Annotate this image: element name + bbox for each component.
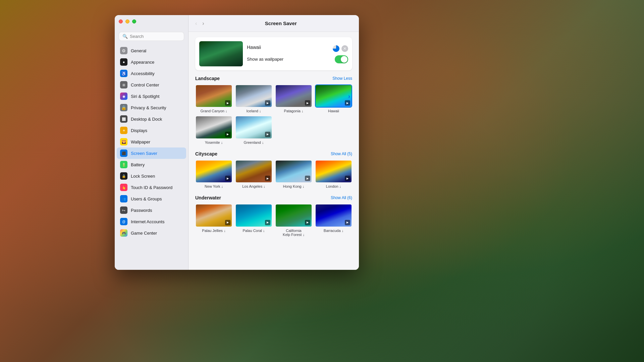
loading-spinner (333, 45, 339, 52)
list-item[interactable]: ▶ New York ↓ (195, 160, 232, 188)
preview-card: Hawaii ✕ Show as wallpaper (195, 37, 352, 70)
forward-button[interactable]: › (201, 20, 205, 27)
preview-name-row: Hawaii ✕ (247, 45, 348, 53)
underwater-grid: ▶ Palau Jellies ↓ ▶ Palau Coral ↓ ▶ (195, 204, 352, 236)
passwords-icon: 🗝 (120, 206, 127, 214)
play-icon: ▶ (225, 132, 230, 137)
play-icon: ▶ (265, 132, 270, 137)
sidebar-list: ⚙ General ● Appearance ♿ Accessibility ⊞… (115, 45, 188, 270)
landscape-show-action[interactable]: Show Less (332, 76, 352, 81)
yosemite-label: Yosemite ↓ (205, 140, 223, 144)
grand-canyon-label: Grand Canyon ↓ (200, 109, 227, 113)
patagonia-thumbnail[interactable]: ▶ (275, 84, 312, 108)
users-icon: 👥 (120, 195, 127, 202)
list-item[interactable]: ▶ Palau Coral ↓ (235, 204, 272, 236)
sidebar-item-accessibility[interactable]: ♿ Accessibility (117, 68, 186, 79)
barracuda-thumbnail[interactable]: ▶ (315, 204, 352, 227)
sidebar-item-appearance[interactable]: ● Appearance (117, 56, 186, 68)
sidebar-label-desktop: Desktop & Dock (131, 117, 162, 122)
sidebar-label-accessibility: Accessibility (131, 71, 155, 76)
sidebar-label-appearance: Appearance (131, 60, 154, 65)
palau-coral-label: Palau Coral ↓ (243, 229, 265, 233)
play-icon: ▶ (345, 220, 350, 225)
show-wallpaper-toggle[interactable] (335, 55, 348, 63)
list-item[interactable]: ▶ Hong Kong ↓ (275, 160, 312, 188)
sidebar-item-control-center[interactable]: ⊞ Control Center (117, 79, 186, 90)
battery-icon: 🔋 (120, 161, 127, 168)
london-thumbnail[interactable]: ▶ (315, 160, 352, 183)
sidebar-label-gamecenter: Game Center (131, 231, 157, 236)
traffic-lights (119, 19, 136, 23)
underwater-show-action[interactable]: Show All (6) (331, 195, 352, 200)
list-item[interactable]: ▶ Barracuda ↓ (315, 204, 352, 236)
sidebar-label-users: Users & Groups (131, 196, 162, 201)
underwater-section-header: Underwater Show All (6) (195, 195, 352, 200)
sidebar-item-privacy-security[interactable]: 🔒 Privacy & Security (117, 102, 186, 113)
search-box[interactable]: 🔍 (119, 32, 184, 41)
list-item[interactable]: ▶ Yosemite ↓ (195, 116, 232, 144)
titlebar: ‹ › Screen Saver (189, 15, 359, 32)
palau-coral-thumbnail[interactable]: ▶ (235, 204, 272, 227)
hawaii-thumbnail[interactable]: ▶ › (315, 84, 352, 108)
list-item[interactable]: ▶ Iceland ↓ (235, 84, 272, 113)
sidebar-label-internet: Internet Accounts (131, 219, 164, 224)
sidebar-item-users-groups[interactable]: 👥 Users & Groups (117, 193, 186, 204)
sidebar-item-passwords[interactable]: 🗝 Passwords (117, 204, 186, 216)
sidebar-label-touchid: Touch ID & Password (131, 185, 172, 190)
back-button[interactable]: ‹ (194, 20, 198, 27)
sidebar-item-lock-screen[interactable]: 🔒 Lock Screen (117, 170, 186, 182)
content-area[interactable]: Hawaii ✕ Show as wallpaper Landscape Sho (189, 32, 359, 270)
los-angeles-thumbnail[interactable]: ▶ (235, 160, 272, 183)
sidebar-item-screen-saver[interactable]: ⬛ Screen Saver (117, 147, 186, 159)
privacy-icon: 🔒 (120, 104, 127, 111)
internet-icon: @ (120, 218, 127, 225)
list-item[interactable]: ▶ Los Angeles ↓ (235, 160, 272, 188)
sidebar-item-siri-spotlight[interactable]: ◉ Siri & Spotlight (117, 90, 186, 102)
sidebar-item-general[interactable]: ⚙ General (117, 45, 186, 56)
yosemite-thumbnail[interactable]: ▶ (195, 116, 232, 139)
sidebar-item-displays[interactable]: ☀ Displays (117, 125, 186, 136)
sidebar-item-touch-id[interactable]: 👆 Touch ID & Password (117, 182, 186, 193)
sidebar-label-control: Control Center (131, 82, 159, 87)
new-york-thumbnail[interactable]: ▶ (195, 160, 232, 183)
play-icon: ▶ (305, 220, 310, 225)
sidebar-item-desktop-dock[interactable]: ⬜ Desktop & Dock (117, 113, 186, 125)
play-icon: ▶ (345, 100, 350, 106)
lockscreen-icon: 🔒 (120, 172, 127, 180)
list-item[interactable]: ▶ Greenland ↓ (235, 116, 272, 144)
screensaver-icon: ⬛ (120, 149, 127, 157)
list-item[interactable]: ▶ London ↓ (315, 160, 352, 188)
preview-info: Hawaii ✕ Show as wallpaper (247, 45, 348, 63)
london-label: London ↓ (326, 184, 341, 188)
iceland-thumbnail[interactable]: ▶ (235, 84, 272, 108)
cityscape-section-header: Cityscape Show All (5) (195, 151, 352, 157)
list-item[interactable]: ▶ Grand Canyon ↓ (195, 84, 232, 113)
sidebar-item-wallpaper[interactable]: 🌄 Wallpaper (117, 136, 186, 147)
new-york-label: New York ↓ (205, 184, 223, 188)
sidebar-item-game-center[interactable]: 🎮 Game Center (117, 227, 186, 239)
grand-canyon-thumbnail[interactable]: ▶ (195, 84, 232, 108)
greenland-thumbnail[interactable]: ▶ (235, 116, 272, 139)
search-input[interactable] (130, 34, 180, 39)
iceland-label: Iceland ↓ (246, 109, 261, 113)
patagonia-label: Patagonia ↓ (284, 109, 303, 113)
hong-kong-thumbnail[interactable]: ▶ (275, 160, 312, 183)
maximize-button[interactable] (132, 19, 136, 23)
sidebar-item-internet-accounts[interactable]: @ Internet Accounts (117, 216, 186, 227)
list-item[interactable]: ▶ Palau Jellies ↓ (195, 204, 232, 236)
list-item[interactable]: ▶ CaliforniaKelp Forest ↓ (275, 204, 312, 236)
touchid-icon: 👆 (120, 184, 127, 191)
close-preview-button[interactable]: ✕ (341, 45, 348, 52)
sidebar-label-privacy: Privacy & Security (131, 105, 166, 110)
list-item[interactable]: ▶ › Hawaii (315, 84, 352, 113)
displays-icon: ☀ (120, 127, 127, 134)
play-icon: ▶ (225, 100, 230, 106)
palau-jellies-thumbnail[interactable]: ▶ (195, 204, 232, 227)
list-item[interactable]: ▶ Patagonia ↓ (275, 84, 312, 113)
minimize-button[interactable] (125, 19, 129, 23)
cityscape-show-action[interactable]: Show All (5) (331, 152, 352, 156)
close-button[interactable] (119, 19, 123, 23)
california-kelp-label: CaliforniaKelp Forest ↓ (283, 229, 305, 237)
sidebar-item-battery[interactable]: 🔋 Battery (117, 159, 186, 170)
california-kelp-thumbnail[interactable]: ▶ (275, 204, 312, 227)
